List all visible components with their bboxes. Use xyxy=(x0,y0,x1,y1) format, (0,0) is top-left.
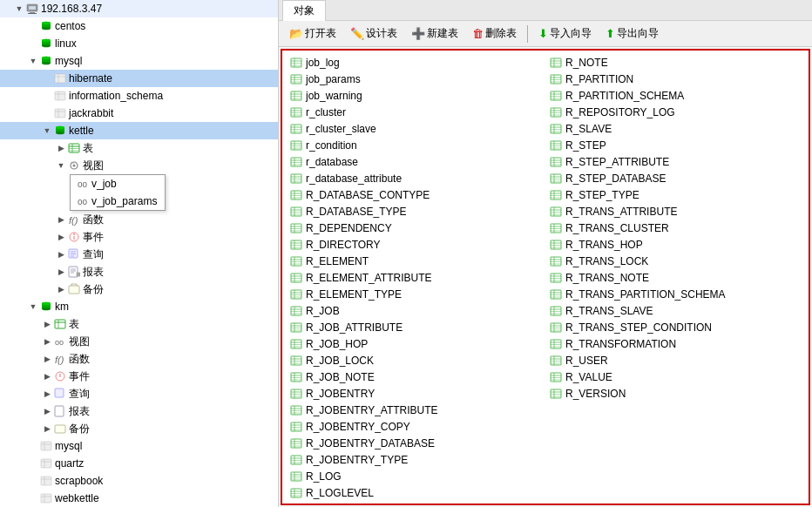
table-entry[interactable]: R_STEP_TYPE xyxy=(545,186,805,203)
table-entry[interactable]: R_TRANS_LOCK xyxy=(545,253,805,269)
tree-kettle-queries[interactable]: ▶ 查询 xyxy=(0,246,278,263)
tree-quartz[interactable]: quartz xyxy=(0,455,278,472)
tree-km-backups[interactable]: ▶ 备份 xyxy=(0,420,278,437)
tree-kettle[interactable]: ▼ kettle xyxy=(0,122,278,139)
expand-km-reports[interactable]: ▶ xyxy=(42,406,52,416)
expand-kviews[interactable]: ▼ xyxy=(56,160,66,171)
tree-km-reports[interactable]: ▶ 报表 xyxy=(0,402,278,420)
table-entry[interactable]: job_warning xyxy=(286,87,545,104)
table-entry[interactable]: r_cluster_slave xyxy=(286,120,545,137)
table-entry[interactable]: R_JOBENTRY xyxy=(286,385,545,402)
expand-kettle[interactable]: ▼ xyxy=(42,125,52,136)
table-entry[interactable]: R_PARTITION_SCHEMA xyxy=(545,87,805,104)
table-entry[interactable]: R_DATABASE_TYPE xyxy=(286,203,545,220)
table-entry[interactable]: R_TRANS_SLAVE xyxy=(545,302,805,319)
tree-mysql[interactable]: ▼ mysql xyxy=(0,52,278,70)
tree-linux[interactable]: linux xyxy=(0,35,278,52)
table-entry[interactable]: R_SLAVE xyxy=(545,120,805,137)
expand-km-views[interactable]: ▶ xyxy=(42,336,52,347)
table-entry[interactable]: r_database_attribute xyxy=(286,170,545,186)
tree-vjob[interactable]: oo v_job xyxy=(71,175,165,193)
expand-km-queries[interactable]: ▶ xyxy=(42,389,52,399)
table-entry[interactable]: R_VALUE xyxy=(545,368,805,385)
design-table-button[interactable]: ✏️ 设计表 xyxy=(345,24,403,43)
tree-centos[interactable]: centos xyxy=(0,17,278,35)
tree-kettle-reports[interactable]: ▶ 报表 xyxy=(0,263,278,281)
tree-km-tables[interactable]: ▶ 表 xyxy=(0,315,278,333)
table-entry[interactable]: R_TRANS_CLUSTER xyxy=(545,220,805,236)
new-table-button[interactable]: ➕ 新建表 xyxy=(406,24,464,43)
table-entry[interactable]: R_ELEMENT_ATTRIBUTE xyxy=(286,269,545,286)
expand-scrapbook[interactable] xyxy=(28,476,38,486)
table-entry[interactable]: R_TRANS_HOP xyxy=(545,236,805,253)
expand-mysql-db[interactable] xyxy=(28,441,38,451)
expand-km[interactable]: ▼ xyxy=(28,301,38,312)
expand-kreports[interactable]: ▶ xyxy=(56,267,66,277)
table-entry[interactable]: job_log xyxy=(286,54,545,71)
tab-objects[interactable]: 对象 xyxy=(282,0,326,21)
tree-km-queries[interactable]: ▶ 查询 xyxy=(0,385,278,402)
table-entry[interactable]: R_TRANS_STEP_CONDITION xyxy=(545,319,805,335)
table-entry[interactable]: R_STEP xyxy=(545,137,805,153)
table-entry[interactable]: R_JOBENTRY_TYPE xyxy=(286,451,545,468)
table-entry[interactable]: R_JOB xyxy=(286,302,545,319)
expand-jackrabbit[interactable] xyxy=(42,108,52,118)
tree-hibernate[interactable]: hibernate xyxy=(0,70,278,87)
expand-ktables[interactable]: ▶ xyxy=(56,143,66,153)
expand-info-schema[interactable] xyxy=(42,91,52,101)
import-button[interactable]: ⬇ 导入向导 xyxy=(533,24,597,43)
table-entry[interactable]: R_JOBENTRY_ATTRIBUTE xyxy=(286,402,545,418)
tree-km-events[interactable]: ▶ 事件 xyxy=(0,368,278,385)
expand-webkettle[interactable] xyxy=(28,493,38,504)
table-entry[interactable]: R_VERSION xyxy=(545,385,805,402)
table-entry[interactable]: R_JOB_HOP xyxy=(286,335,545,352)
expand-kqueries[interactable]: ▶ xyxy=(56,249,66,260)
expand-kevents[interactable]: ▶ xyxy=(56,232,66,242)
table-entry[interactable]: R_JOB_ATTRIBUTE xyxy=(286,319,545,335)
table-entry[interactable]: R_ELEMENT_TYPE xyxy=(286,286,545,302)
tree-webkettle[interactable]: webkettle xyxy=(0,490,278,507)
export-button[interactable]: ⬆ 导出向导 xyxy=(600,24,664,43)
table-entry[interactable]: R_LOG xyxy=(286,468,545,484)
table-entry[interactable]: R_JOB_NOTE xyxy=(286,368,545,385)
table-entry[interactable]: r_condition xyxy=(286,137,545,153)
expand-hibernate[interactable] xyxy=(42,73,52,84)
expand-kfunc[interactable]: ▶ xyxy=(56,214,66,225)
tree-km-func[interactable]: ▶ f() 函数 xyxy=(0,350,278,368)
expand-mysql[interactable]: ▼ xyxy=(28,56,38,66)
table-entry[interactable]: R_DIRECTORY xyxy=(286,236,545,253)
expand-km-backups[interactable]: ▶ xyxy=(42,423,52,434)
expand-centos[interactable] xyxy=(28,21,38,31)
tree-jackrabbit[interactable]: jackrabbit xyxy=(0,105,278,122)
tree-km[interactable]: ▼ km xyxy=(0,298,278,315)
table-entry[interactable]: R_STEP_DATABASE xyxy=(545,170,805,186)
table-entry[interactable]: R_REPOSITORY_LOG xyxy=(545,104,805,120)
table-entry[interactable]: R_TRANS_NOTE xyxy=(545,269,805,286)
tree-mysql-db[interactable]: mysql xyxy=(0,437,278,455)
expand-linux[interactable] xyxy=(28,38,38,49)
expand-km-events[interactable]: ▶ xyxy=(42,371,52,382)
table-entry[interactable] xyxy=(545,435,805,451)
table-entry[interactable]: R_TRANSFORMATION xyxy=(545,335,805,352)
open-table-button[interactable]: 📂 打开表 xyxy=(284,24,342,43)
table-entry[interactable]: R_TRANS_PARTITION_SCHEMA xyxy=(545,286,805,302)
table-entry[interactable]: R_TRANS_ATTRIBUTE xyxy=(545,203,805,220)
expand-quartz[interactable] xyxy=(28,458,38,469)
tree-scrapbook[interactable]: scrapbook xyxy=(0,472,278,490)
tree-km-views[interactable]: ▶ oo 视图 xyxy=(0,333,278,350)
table-entry[interactable]: R_DATABASE_CONTYPE xyxy=(286,186,545,203)
tree-information-schema[interactable]: information_schema xyxy=(0,87,278,105)
tree-kettle-views[interactable]: ▼ oo 视图 xyxy=(0,157,278,174)
delete-table-button[interactable]: 🗑 删除表 xyxy=(467,24,522,43)
table-entry[interactable]: R_PARTITION xyxy=(545,71,805,87)
table-entry[interactable] xyxy=(545,468,805,484)
expand-kbackups[interactable]: ▶ xyxy=(56,284,66,294)
tree-kettle-backups[interactable]: ▶ 备份 xyxy=(0,281,278,298)
expand-server[interactable]: ▼ xyxy=(14,3,24,14)
table-entry[interactable] xyxy=(545,402,805,418)
table-entry[interactable] xyxy=(545,451,805,468)
table-entry[interactable] xyxy=(545,484,805,501)
table-entry[interactable]: R_JOBENTRY_COPY xyxy=(286,418,545,435)
table-entry[interactable]: R_NOTE xyxy=(545,54,805,71)
table-entry[interactable]: R_JOB_LOCK xyxy=(286,352,545,368)
